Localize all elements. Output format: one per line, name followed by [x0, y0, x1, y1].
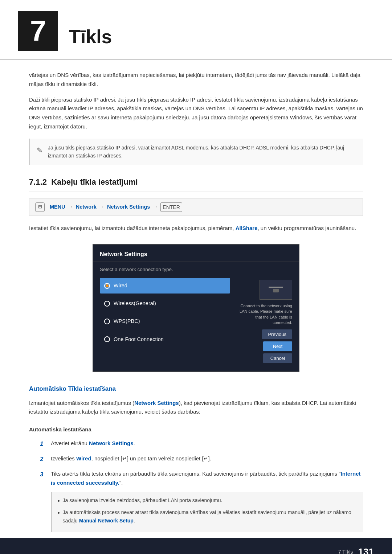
inner-note-item-2: • Ja automātiskais process nevar atrast … — [58, 508, 357, 525]
step-1-text: Atveriet ekrānu Network Settings. — [51, 439, 135, 448]
step-1-number: 1 — [40, 439, 47, 449]
option-onefoot-label: One Foot Connection — [114, 335, 164, 344]
option-wired[interactable]: Wired — [100, 278, 230, 294]
chapter-title: Tīkls — [69, 22, 112, 52]
radio-onefoot — [104, 336, 110, 342]
steps-list: 1 Atveriet ekrānu Network Settings. 2 Iz… — [40, 439, 363, 532]
body-para-2: Daži tīkli pieprasa statisko IP adresi. … — [29, 95, 363, 131]
option-wired-label: Wired — [114, 282, 127, 290]
cancel-button[interactable]: Cancel — [263, 353, 292, 363]
radio-wps — [104, 319, 110, 324]
footer-text: 7 Tīkls — [338, 548, 353, 554]
menu-arrow-2: → — [153, 203, 158, 211]
menu-item-2: Network Settings — [107, 203, 150, 211]
lan-cable — [269, 287, 283, 288]
next-button[interactable]: Next — [263, 341, 292, 351]
option-wps-label: WPS(PBC) — [114, 317, 140, 325]
option-onefoot[interactable]: One Foot Connection — [100, 332, 230, 347]
dialog-right-panel: Connect to the network using LAN cable. … — [236, 278, 292, 365]
auto-section-title: Automātisko Tīkla iestatīšana — [29, 384, 363, 394]
dialog-options: Wired Wireless(General) WPS(PBC) — [100, 278, 230, 365]
inner-note-item-1: • Ja savienojuma izveide neizdodas, pārb… — [58, 496, 357, 506]
connect-text: Connect to the network using LAN cable. … — [238, 303, 292, 326]
page-footer: 7 Tīkls 131 — [0, 538, 392, 554]
step-3-content: Tiks atvērts tīkla testa ekrāns un pārba… — [51, 469, 363, 532]
inner-note-box: • Ja savienojuma izveide neizdodas, pārb… — [51, 492, 363, 532]
auto-setup-heading: Automātiskā iestatīšana — [29, 425, 363, 434]
step-1: 1 Atveriet ekrānu Network Settings. — [40, 439, 363, 449]
step-2-number: 2 — [40, 454, 47, 464]
allshare-link: AllShare — [236, 225, 258, 231]
menu-icon: ⊞ — [35, 202, 45, 212]
enter-icon: ENTER — [160, 202, 182, 212]
lan-plug — [273, 289, 279, 292]
note-icon: ✎ — [37, 144, 43, 156]
menu-arrow-1: → — [99, 203, 104, 211]
step-3-text: Tiks atvērts tīkla testa ekrāns un pārba… — [51, 471, 361, 486]
menu-item-0: MENU — [50, 203, 65, 211]
dialog-title: Network Settings — [93, 245, 299, 262]
body-para-1: vārtejas un DNS vērtības, kas izstrādāju… — [29, 71, 363, 89]
menu-path: ⊞ MENU → Network → Network Settings → EN… — [29, 198, 363, 216]
step-2-text: Izvēlieties Wired, nospiediet [↵] un pēc… — [51, 454, 211, 463]
step-3-number: 3 — [40, 469, 47, 480]
dialog-buttons: Previous Next Cancel — [262, 329, 292, 365]
option-wireless-label: Wireless(General) — [114, 299, 156, 308]
radio-wired — [104, 283, 110, 289]
previous-button[interactable]: Previous — [262, 329, 292, 339]
option-wireless[interactable]: Wireless(General) — [100, 296, 230, 311]
step-3: 3 Tiks atvērts tīkla testa ekrāns un pār… — [40, 469, 363, 532]
bullet-1: • — [58, 496, 60, 506]
inner-note-text-2: Ja automātiskais process nevar atrast tī… — [63, 508, 357, 525]
note-box: ✎ Ja jūsu tīkls pieprasa statisko IP adr… — [29, 139, 363, 165]
network-settings-link: Network Settings — [134, 400, 179, 406]
radio-wireless — [104, 301, 110, 307]
section-heading: 7.1.2 Kabeļu tīkla iestatījumi — [29, 176, 363, 192]
page-number: 131 — [358, 545, 374, 554]
lan-icon — [269, 287, 283, 292]
dialog-wrapper: Network Settings Select a network connec… — [29, 244, 363, 372]
option-wps[interactable]: WPS(PBC) — [100, 313, 230, 329]
inner-note-text-1: Ja savienojuma izveide neizdodas, pārbau… — [63, 496, 222, 504]
chapter-number: 7 — [18, 11, 58, 51]
intro-para: Iestatiet tīkla savienojumu, lai izmanto… — [29, 224, 363, 233]
note-text: Ja jūsu tīkls pieprasa statisko IP adres… — [48, 144, 356, 160]
dialog-subtitle: Select a network connection type. — [93, 262, 299, 274]
dialog-body: Wired Wireless(General) WPS(PBC) — [93, 274, 299, 372]
main-content: vārtejas un DNS vērtības, kas izstrādāju… — [0, 71, 392, 554]
step-2: 2 Izvēlieties Wired, nospiediet [↵] un p… — [40, 454, 363, 464]
menu-arrow-0: → — [68, 203, 73, 211]
bullet-2: • — [58, 508, 60, 518]
lan-image — [260, 280, 292, 300]
auto-section-para: Izmantojiet automātiskos tīkla iestatīju… — [29, 399, 363, 417]
chapter-header: 7 Tīkls — [0, 0, 392, 60]
network-settings-dialog: Network Settings Select a network connec… — [93, 244, 299, 372]
menu-item-1: Network — [76, 203, 97, 211]
